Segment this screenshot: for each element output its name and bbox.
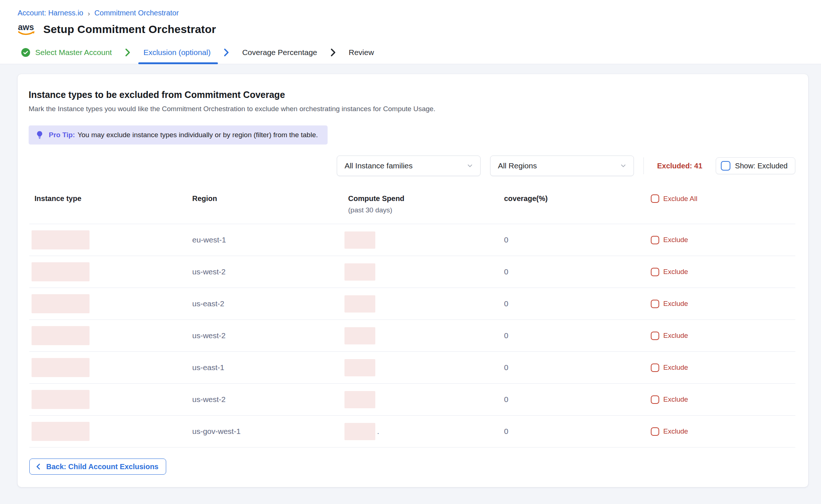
exclude-checkbox[interactable] <box>651 427 659 436</box>
step-select-master-account[interactable]: Select Master Account <box>21 41 117 64</box>
instance-type-redacted <box>32 326 90 345</box>
exclude-label: Exclude <box>663 332 688 340</box>
compute-spend-redacted <box>344 263 375 281</box>
col-coverage: coverage(%) <box>495 194 649 203</box>
breadcrumb-separator-icon: › <box>88 10 90 18</box>
chevron-right-icon <box>222 48 231 57</box>
step-label: Exclusion (optional) <box>143 48 211 57</box>
exclude-control[interactable]: Exclude <box>649 236 795 244</box>
instance-type-redacted <box>32 230 90 249</box>
table-row: us-gov-west-1 . 0 Exclude <box>29 416 795 448</box>
excluded-count: Excluded: 41 <box>657 162 702 170</box>
exclude-label: Exclude <box>663 236 688 244</box>
regions-value: All Regions <box>498 161 537 170</box>
compute-spend-redacted <box>344 423 375 440</box>
compute-spend-redacted <box>344 327 375 344</box>
table-row: us-west-2 0 Exclude <box>29 256 795 288</box>
compute-spend-redacted <box>344 391 375 408</box>
exclude-label: Exclude <box>663 427 688 435</box>
exclude-control[interactable]: Exclude <box>649 427 795 436</box>
step-exclusion[interactable]: Exclusion (optional) <box>138 41 216 64</box>
breadcrumb-page-link[interactable]: Commitment Orchestrator <box>94 9 179 17</box>
aws-logo-icon: aws <box>17 22 37 37</box>
col-compute-spend: Compute Spend (past 30 days) <box>343 194 495 214</box>
exclude-label: Exclude <box>663 300 688 308</box>
table-row: us-east-1 0 Exclude <box>29 352 795 384</box>
col-compute-spend-sub: (past 30 days) <box>348 206 495 214</box>
region-cell: us-west-2 <box>187 395 343 404</box>
step-review[interactable]: Review <box>344 41 379 64</box>
title-row: aws Setup Commitment Orchestrator <box>0 17 821 37</box>
breadcrumb-account-link[interactable]: Account: Harness.io <box>18 9 83 17</box>
coverage-cell: 0 <box>495 363 649 372</box>
coverage-cell: 0 <box>495 299 649 308</box>
compute-spend-redacted <box>344 231 375 249</box>
exclusions-card: Instance types to be excluded from Commi… <box>18 74 808 487</box>
exclude-checkbox[interactable] <box>651 300 659 308</box>
exclude-checkbox[interactable] <box>651 332 659 340</box>
show-excluded-toggle[interactable]: Show: Excluded <box>716 157 795 174</box>
exclude-checkbox[interactable] <box>651 268 659 276</box>
region-cell: us-east-2 <box>187 299 343 308</box>
col-instance-type: Instance type <box>29 194 187 203</box>
breadcrumb: Account: Harness.io › Commitment Orchest… <box>0 0 821 17</box>
region-cell: us-west-2 <box>187 331 343 340</box>
top-header: Account: Harness.io › Commitment Orchest… <box>0 0 821 64</box>
pro-tip-text: Pro Tip: You may exclude instance types … <box>49 131 318 139</box>
check-circle-icon <box>21 48 30 57</box>
filters-divider <box>643 157 644 174</box>
exclude-control[interactable]: Exclude <box>649 332 795 340</box>
compute-spend-redacted <box>344 295 375 313</box>
instance-type-redacted <box>32 294 90 313</box>
chevron-down-icon <box>466 162 474 169</box>
page-title: Setup Commitment Orchestrator <box>43 23 216 36</box>
step-coverage-percentage[interactable]: Coverage Percentage <box>237 41 322 64</box>
exclude-all-checkbox[interactable] <box>651 194 659 203</box>
table-header-row: Instance type Region Compute Spend (past… <box>29 194 795 224</box>
step-label: Review <box>349 48 374 57</box>
back-button[interactable]: Back: Child Account Exclusions <box>29 459 166 475</box>
chevron-down-icon <box>620 162 627 169</box>
chevron-left-icon <box>35 463 42 470</box>
svg-text:aws: aws <box>18 22 34 32</box>
instance-families-dropdown[interactable]: All Instance families <box>337 156 481 176</box>
exclude-control[interactable]: Exclude <box>649 364 795 372</box>
step-label: Coverage Percentage <box>242 48 317 57</box>
exclude-control[interactable]: Exclude <box>649 300 795 308</box>
regions-dropdown[interactable]: All Regions <box>490 156 634 176</box>
exclude-control[interactable]: Exclude <box>649 395 795 404</box>
exclude-label: Exclude <box>663 268 688 276</box>
stepper: Select Master Account Exclusion (optiona… <box>0 41 821 64</box>
table-row: eu-west-1 0 Exclude <box>29 224 795 256</box>
step-label: Select Master Account <box>35 48 112 57</box>
pro-tip-banner: Pro Tip: You may exclude instance types … <box>29 125 328 145</box>
exclude-all-label: Exclude All <box>663 195 697 203</box>
show-excluded-label: Show: Excluded <box>735 162 788 170</box>
table-row: us-west-2 0 Exclude <box>29 384 795 416</box>
instance-families-value: All Instance families <box>344 161 413 170</box>
show-excluded-checkbox[interactable] <box>721 161 730 171</box>
instance-type-redacted <box>32 358 90 377</box>
exclude-all-control[interactable]: Exclude All <box>649 194 795 203</box>
compute-spend-redacted <box>344 359 375 376</box>
region-cell: us-gov-west-1 <box>187 427 343 436</box>
section-heading: Instance types to be excluded from Commi… <box>29 90 796 100</box>
exclude-label: Exclude <box>663 364 688 372</box>
region-cell: us-east-1 <box>187 363 343 372</box>
coverage-cell: 0 <box>495 235 649 244</box>
exclude-label: Exclude <box>663 395 688 403</box>
table-row: us-west-2 0 Exclude <box>29 320 795 352</box>
instance-type-redacted <box>32 262 90 281</box>
exclude-checkbox[interactable] <box>651 395 659 404</box>
table-row: us-east-2 0 Exclude <box>29 288 795 320</box>
compute-spend-suffix: . <box>377 427 379 436</box>
instance-type-redacted <box>32 390 90 409</box>
exclude-control[interactable]: Exclude <box>649 268 795 276</box>
filters-row: All Instance families All Regions Exclud… <box>29 156 795 176</box>
coverage-cell: 0 <box>495 331 649 340</box>
exclude-checkbox[interactable] <box>651 364 659 372</box>
exclude-checkbox[interactable] <box>651 236 659 244</box>
chevron-right-icon <box>123 48 132 57</box>
exclusions-table: Instance type Region Compute Spend (past… <box>29 194 795 448</box>
pro-tip-label: Pro Tip: <box>49 131 75 139</box>
